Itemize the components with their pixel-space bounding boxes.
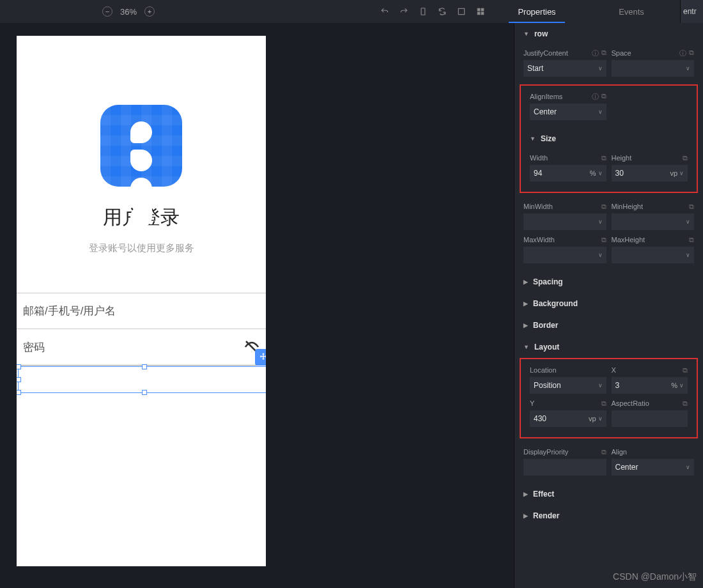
link-icon[interactable]: ⧉ [689,203,694,211]
zoom-in-button[interactable]: + [144,6,155,17]
undo-icon[interactable] [380,6,390,17]
chevron-right-icon: ▶ [523,300,528,307]
section-border[interactable]: ▶Border [514,314,703,336]
device-frame[interactable]: 用户登录 登录账号以使用更多服务 邮箱/手机号/用户名 密码 [17,36,266,566]
svg-rect-5 [481,12,484,15]
link-icon[interactable]: ⧉ [683,366,688,375]
chevron-down-icon: ∨ [598,219,603,225]
chevron-down-icon: ∨ [598,252,603,258]
tab-properties[interactable]: Properties [490,0,584,23]
label-width: Width [530,154,548,162]
section-effect[interactable]: ▶Effect [514,483,703,505]
link-icon[interactable]: ⧉ [689,49,694,58]
height-input[interactable]: 30vp ∨ [612,165,688,182]
chevron-down-icon: ∨ [679,170,684,176]
canvas-viewport[interactable]: 用户登录 登录账号以使用更多服务 邮箱/手机号/用户名 密码 [0,23,514,588]
link-icon[interactable]: ⧉ [683,154,688,162]
section-spacing[interactable]: ▶Spacing [514,271,703,293]
chevron-down-icon: ▼ [530,135,536,142]
label-maxwidth: MaxWidth [523,236,555,244]
link-icon[interactable]: ⧉ [601,154,606,162]
link-icon[interactable]: ⧉ [601,448,606,456]
displaypriority-input[interactable] [523,459,606,476]
section-render[interactable]: ▶Render [514,505,703,527]
chevron-down-icon: ∨ [598,415,603,422]
link-icon[interactable]: ⧉ [601,203,606,211]
username-input[interactable]: 邮箱/手机号/用户名 [17,293,266,329]
password-placeholder: 密码 [23,340,45,355]
width-input[interactable]: 94% ∨ [530,165,606,182]
file-tab[interactable]: entr [680,0,703,23]
section-row[interactable]: ▼row [514,23,703,45]
y-input[interactable]: 430vp ∨ [530,410,606,427]
section-size[interactable]: ▼Size [521,128,697,150]
maxwidth-input[interactable]: ∨ [523,247,606,263]
selection-outline[interactable] [18,366,266,393]
label-minheight: MinHeight [612,203,644,210]
link-icon[interactable]: ⧉ [683,399,688,408]
chevron-down-icon: ▼ [523,344,529,350]
svg-rect-4 [477,12,481,15]
label-aspectratio: AspectRatio [612,399,649,407]
chevron-down-icon: ∨ [598,109,603,115]
top-toolbar: − 36% + Properties Events entr [0,0,703,23]
zoom-out-button[interactable]: − [102,6,112,17]
redo-icon[interactable] [399,6,409,17]
label-height: Height [612,154,632,162]
align-select[interactable]: Center∨ [612,459,695,476]
label-y: Y [530,399,534,407]
svg-rect-0 [421,8,425,15]
link-icon[interactable]: ⧉ [601,399,606,408]
label-maxheight: MaxHeight [612,236,645,244]
properties-panel: ▼row JustifyContentⓘ⧉ Start∨ Spaceⓘ⧉ ∨ A… [514,23,703,588]
label-space: Space [612,49,631,57]
x-input[interactable]: 3% ∨ [612,377,688,394]
link-icon[interactable]: ⧉ [601,49,606,58]
svg-rect-2 [477,8,481,12]
help-icon[interactable]: ⓘ [592,49,599,58]
password-input[interactable]: 密码 [17,329,266,366]
chevron-right-icon: ▶ [523,322,528,329]
minwidth-input[interactable]: ∨ [523,213,606,230]
label-align: Align [612,448,627,456]
chevron-down-icon: ∨ [686,464,690,470]
space-input[interactable]: ∨ [612,60,695,77]
alignitems-select[interactable]: Center∨ [530,104,606,120]
svg-rect-1 [458,8,464,14]
link-icon[interactable]: ⧉ [601,92,606,102]
rotate-icon[interactable] [437,6,447,17]
move-handle-icon[interactable] [255,349,266,366]
justifycontent-select[interactable]: Start∨ [523,60,606,77]
highlight-region-2: Location Position∨ X⧉ 3% ∨ Y⧉ 430vp ∨ As… [520,358,698,438]
chevron-down-icon: ∨ [686,219,690,225]
chevron-down-icon: ∨ [598,382,603,389]
label-x: X [612,366,616,374]
maxheight-input[interactable]: ∨ [612,247,695,263]
app-logo [100,105,182,187]
link-icon[interactable]: ⧉ [689,236,694,244]
inspector-tabs: Properties Events [490,0,679,23]
username-placeholder: 邮箱/手机号/用户名 [23,304,116,318]
zoom-value: 36% [120,7,137,17]
toolbar-icons [380,6,486,17]
aspectratio-input[interactable] [612,410,688,427]
chevron-down-icon: ∨ [598,65,603,72]
frame-icon[interactable] [456,6,467,17]
section-background[interactable]: ▶Background [514,293,703,314]
chevron-right-icon: ▶ [523,491,528,497]
minheight-input[interactable]: ∨ [612,213,695,230]
chevron-down-icon: ▼ [523,31,529,37]
chevron-down-icon: ∨ [686,252,690,258]
layout-icon[interactable] [475,6,486,17]
help-icon[interactable]: ⓘ [679,49,686,58]
tab-events[interactable]: Events [584,0,679,23]
section-layout[interactable]: ▼Layout [514,336,703,358]
label-alignitems: AlignItems [530,93,562,100]
login-subtitle: 登录账号以使用更多服务 [17,242,266,254]
chevron-down-icon: ∨ [686,65,690,72]
location-select[interactable]: Position∨ [530,377,606,394]
link-icon[interactable]: ⧉ [601,236,606,244]
device-icon[interactable] [418,6,428,17]
zoom-controls: − 36% + [102,6,155,17]
help-icon[interactable]: ⓘ [592,92,599,102]
